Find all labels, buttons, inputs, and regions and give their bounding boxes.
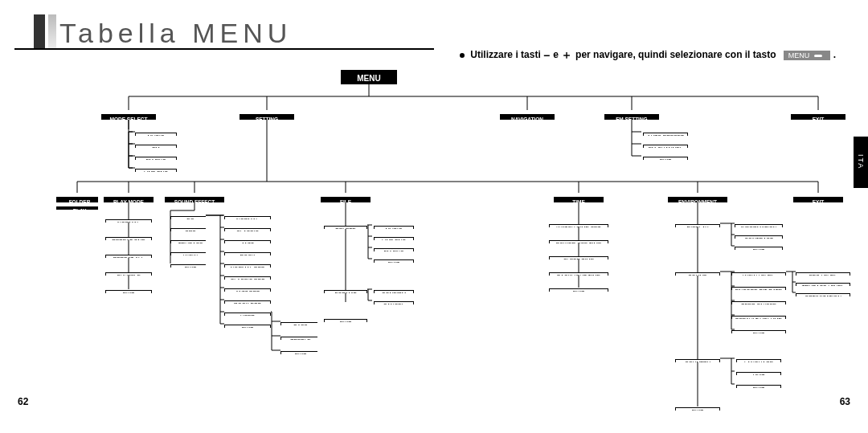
opt-exit: EXIT bbox=[324, 319, 367, 322]
opt-power-off-time: POWER OFF TIME bbox=[549, 240, 608, 243]
opt-country: COUNTRY bbox=[675, 359, 720, 362]
opt-normal: NORMAL bbox=[105, 219, 152, 223]
cat-sound-effect: SOUND EFFECT bbox=[165, 197, 224, 202]
cat-folder-play-2: PLAY bbox=[56, 206, 98, 210]
opt-repeat-all: REPEAT ALL bbox=[105, 255, 152, 258]
opt-format: FORMAT bbox=[324, 290, 367, 293]
opt-watch-time-set: WATCH TIME SET bbox=[549, 224, 608, 227]
opt-exit: EXIT bbox=[549, 288, 608, 292]
opt-exit: EXIT bbox=[105, 290, 152, 293]
opt-srs-level: SRS LEVEL bbox=[796, 272, 850, 276]
opt-trubass-level: TRUBASS LEVEL bbox=[796, 283, 850, 286]
root-menu: MENU bbox=[341, 70, 397, 84]
opt-music: MUSIC bbox=[374, 226, 414, 229]
menu-tree-diagram: MENUMODE SELECTSETTINGNAVIGATIONFM SETTI… bbox=[0, 0, 868, 433]
opt-treble: TREBLE bbox=[280, 337, 317, 340]
opt-language: LANGUAGE bbox=[736, 359, 781, 362]
opt-exit: EXIT bbox=[736, 385, 781, 388]
opt-confirm: CONFIRM bbox=[374, 290, 414, 293]
opt-bass: BASS bbox=[280, 322, 317, 325]
cat-exit: EXIT bbox=[793, 197, 843, 202]
opt-information: INFORMATION bbox=[735, 224, 783, 227]
cat-fm-setting: FM SETTING bbox=[604, 114, 659, 120]
opt-cancel: CANCEL bbox=[374, 301, 414, 304]
cat-setting: SETTING bbox=[240, 114, 294, 120]
opt-display: DISPLAY bbox=[675, 224, 720, 227]
opt-repeat-one: REPEAT ONE bbox=[105, 237, 152, 240]
opt-normal-dbb: NORMAL DBB bbox=[224, 264, 271, 268]
cat-play-mode: PLAY MODE bbox=[104, 197, 154, 202]
opt-beep-on-off: BEEP ON/OFF bbox=[731, 301, 786, 304]
opt-delete: DELETE bbox=[324, 226, 367, 229]
opt-optimization: OPTIMIZATION bbox=[796, 293, 850, 296]
opt-sleep-time: SLEEP TIME bbox=[549, 256, 608, 259]
opt-jazz-dbb: JAZZ DBB bbox=[224, 288, 271, 292]
opt-rock: ROCK bbox=[224, 252, 271, 255]
opt-exit: EXIT bbox=[731, 330, 786, 333]
opt-fm-enc: FM ENC bbox=[135, 157, 177, 160]
cat-file: FILE bbox=[321, 197, 371, 202]
opt-exit: EXIT bbox=[280, 351, 317, 354]
opt-wow: WOW bbox=[170, 252, 206, 255]
opt-trubass: TRUBASS bbox=[170, 240, 206, 243]
cat-navigation: NAVIGATION bbox=[500, 114, 555, 120]
opt-classic-dbb: CLASSIC DBB bbox=[224, 276, 271, 280]
opt-exit: EXIT bbox=[170, 264, 206, 268]
opt-jazz: JAZZ bbox=[224, 240, 271, 243]
opt-default-volume: DEFAULT VOLUME bbox=[731, 316, 786, 319]
opt-exit: EXIT bbox=[224, 325, 271, 328]
opt-fm-enc: FM ENC bbox=[374, 248, 414, 251]
opt-encode-bit-rate: ENCODE BIT RATE bbox=[731, 287, 786, 290]
opt-fm: FM bbox=[135, 145, 177, 148]
opt-exit: EXIT bbox=[643, 157, 688, 160]
opt-auto-preset: AUTO PRESET bbox=[643, 133, 688, 136]
opt-wow-level: WOW LEVEL bbox=[731, 272, 786, 276]
opt-line-enc: LINE ENC bbox=[135, 169, 177, 172]
opt-classic: CLASSIC bbox=[224, 228, 271, 231]
opt-exit: EXIT bbox=[374, 259, 414, 263]
opt-user: USER bbox=[224, 312, 271, 316]
opt-eq: EQ bbox=[170, 216, 206, 219]
opt-exit: EXIT bbox=[675, 407, 720, 411]
opt-contrast: CONTRAST bbox=[735, 235, 783, 239]
cat-exit: EXIT bbox=[791, 114, 845, 120]
opt-unit: UNIT bbox=[736, 372, 781, 375]
opt-shuffle: SHUFFLE bbox=[105, 272, 152, 276]
opt-normal: NORMAL bbox=[224, 216, 271, 219]
opt-srs: SRS bbox=[170, 228, 206, 231]
opt-backlight-time: BACKLIGHT TIME bbox=[549, 272, 608, 276]
cat-time: TIME bbox=[554, 197, 604, 202]
opt-rock-dbb: ROCK DBB bbox=[224, 300, 271, 304]
cat-environment: ENVIRONMENT bbox=[668, 197, 727, 202]
opt-exit: EXIT bbox=[735, 247, 783, 250]
opt-music: MUSIC bbox=[135, 133, 177, 136]
opt-line-enc: LINE ENC bbox=[374, 237, 414, 240]
opt-fm-channel: FM CHANNEL bbox=[643, 145, 688, 148]
cat-mode-select: MODE SELECT bbox=[101, 114, 156, 120]
opt-sound: SOUND bbox=[675, 272, 720, 276]
